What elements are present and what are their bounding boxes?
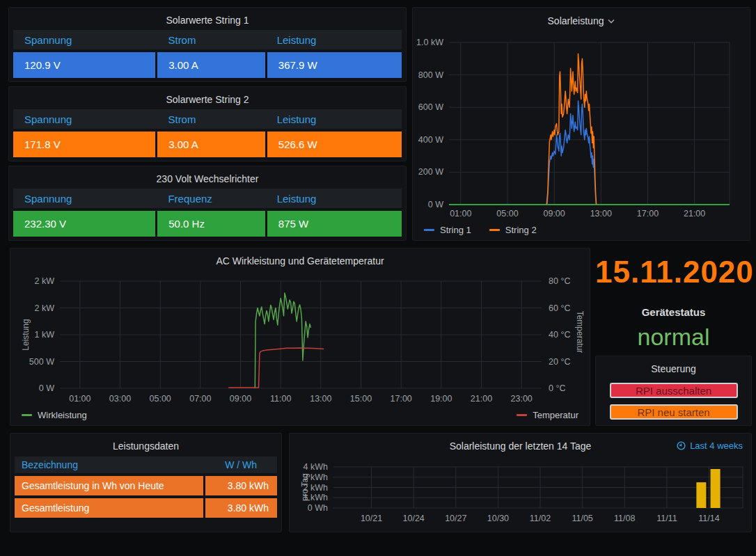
panel-solarwerte-string2: Solarwerte String 2 Spannung Strom Leist… bbox=[8, 86, 407, 161]
svg-text:01:00: 01:00 bbox=[450, 209, 471, 219]
svg-text:60 °C: 60 °C bbox=[549, 303, 570, 313]
spannung-value: 120.9 V bbox=[13, 52, 155, 78]
svg-text:2 kW: 2 kW bbox=[35, 276, 55, 286]
panel-title: Steuerung bbox=[596, 356, 751, 376]
panel-title: 230 Volt Wechselrichter bbox=[9, 166, 406, 186]
svg-text:10/21: 10/21 bbox=[361, 514, 382, 523]
string2-table: Spannung Strom Leistung 171.8 V 3.00 A 5… bbox=[9, 109, 406, 157]
panel-leistungsdaten: Leistungsdaten Bezeichnung W / Wh Gesamt… bbox=[10, 433, 282, 532]
svg-text:11/02: 11/02 bbox=[530, 514, 551, 523]
table-header-row: Bezeichnung W / Wh bbox=[15, 456, 277, 473]
legend-temperatur[interactable]: Temperatur bbox=[517, 410, 578, 420]
svg-text:0 Wh: 0 Wh bbox=[308, 503, 328, 513]
string1-table: Spannung Strom Leistung 120.9 V 3.00 A 3… bbox=[9, 30, 406, 78]
svg-text:10/24: 10/24 bbox=[403, 514, 425, 523]
status-label: Gerätestatus bbox=[595, 301, 752, 318]
svg-text:11/08: 11/08 bbox=[614, 514, 635, 523]
legend-dash-wirkleistung bbox=[22, 414, 32, 416]
svg-text:0 W: 0 W bbox=[39, 383, 54, 393]
solarleistung-chart[interactable]: 0 W200 W400 W600 W800 W1.0 kW01:0005:000… bbox=[413, 8, 751, 241]
table-value-row: 232.30 V 50.0 Hz 875 W bbox=[13, 211, 402, 237]
svg-text:10/30: 10/30 bbox=[487, 514, 509, 523]
row-name: Gesamtleistung bbox=[15, 498, 203, 518]
svg-text:11/05: 11/05 bbox=[572, 514, 592, 523]
row-name: Gesamtleistung in Wh von Heute bbox=[15, 476, 203, 495]
table-row: Gesamtleistung 3.80 kWh bbox=[15, 498, 277, 518]
col-leistung: Leistung bbox=[266, 113, 402, 125]
legend-string2[interactable]: String 2 bbox=[489, 225, 537, 235]
svg-text:01:00: 01:00 bbox=[69, 394, 90, 404]
svg-text:0 °C: 0 °C bbox=[549, 383, 565, 393]
right-axis-label: Temperatur bbox=[575, 311, 585, 354]
solar-legend: String 1 String 2 bbox=[424, 225, 537, 235]
svg-text:05:00: 05:00 bbox=[496, 209, 518, 219]
col-spannung: Spannung bbox=[13, 193, 157, 205]
panel-date: 15.11.2020 bbox=[595, 249, 752, 298]
current-date: 15.11.2020 bbox=[595, 249, 752, 289]
rpi-shutdown-button[interactable]: RPI ausschalten bbox=[610, 383, 738, 398]
panel-ac-chart: AC Wirkleistung und Gerätetemperatur 0 W… bbox=[10, 248, 590, 426]
daily-solar-chart[interactable]: 0 Wh1 kWh2 kWh3 kWh4 kWh10/2110/2410/271… bbox=[290, 434, 753, 533]
svg-text:1 kW: 1 kW bbox=[35, 330, 55, 340]
col-leistung: Leistung bbox=[266, 34, 402, 46]
row-value: 3.80 kWh bbox=[205, 476, 277, 495]
svg-text:40 °C: 40 °C bbox=[549, 330, 570, 340]
strom-value: 3.00 A bbox=[157, 132, 265, 157]
svg-text:2 kW: 2 kW bbox=[35, 303, 55, 313]
svg-text:13:00: 13:00 bbox=[590, 209, 612, 219]
panel-title: Solarwerte String 2 bbox=[9, 87, 406, 107]
legend-label: Wirkleistung bbox=[38, 410, 87, 420]
panel-steuerung: Steuerung RPI ausschalten RPI neu starte… bbox=[595, 356, 752, 426]
panel-title: Solarwerte String 1 bbox=[9, 8, 406, 28]
panel-title: Leistungsdaten bbox=[10, 434, 281, 454]
rpi-restart-button[interactable]: RPI neu starten bbox=[610, 404, 738, 420]
svg-text:15:00: 15:00 bbox=[350, 394, 372, 404]
svg-text:11/11: 11/11 bbox=[656, 514, 677, 523]
svg-text:11/14: 11/14 bbox=[698, 514, 719, 523]
svg-text:21:00: 21:00 bbox=[684, 209, 705, 219]
spannung-value: 171.8 V bbox=[13, 132, 155, 157]
table-value-row: 171.8 V 3.00 A 526.6 W bbox=[13, 132, 402, 157]
ac-legend: Wirkleistung Temperatur bbox=[22, 410, 578, 420]
legend-wirkleistung[interactable]: Wirkleistung bbox=[22, 410, 87, 420]
svg-text:09:00: 09:00 bbox=[543, 209, 565, 219]
ac-chart[interactable]: 0 W500 W1 kW2 kW2 kW0 °C20 °C40 °C60 °C8… bbox=[10, 248, 591, 427]
spannung-value: 232.30 V bbox=[13, 211, 155, 237]
left-axis-label: Leistung bbox=[21, 319, 31, 350]
svg-text:17:00: 17:00 bbox=[637, 209, 659, 219]
y-axis-label: pro Tag bbox=[300, 473, 310, 501]
table-header-row: Spannung Strom Leistung bbox=[13, 30, 402, 49]
panel-geraetestatus: Gerätestatus normal bbox=[595, 301, 752, 354]
svg-text:80 °C: 80 °C bbox=[549, 276, 570, 286]
leistungsdaten-table: Bezeichnung W / Wh Gesamtleistung in Wh … bbox=[10, 456, 281, 518]
frequenz-value: 50.0 Hz bbox=[157, 211, 265, 237]
svg-text:13:00: 13:00 bbox=[310, 394, 331, 404]
col-frequenz: Frequenz bbox=[157, 193, 265, 205]
svg-text:19:00: 19:00 bbox=[430, 394, 452, 404]
svg-text:05:00: 05:00 bbox=[150, 394, 171, 404]
table-header-row: Spannung Strom Leistung bbox=[13, 109, 402, 129]
panel-solarwerte-string1: Solarwerte String 1 Spannung Strom Leist… bbox=[8, 7, 407, 82]
table-row: Gesamtleistung in Wh von Heute 3.80 kWh bbox=[15, 476, 277, 495]
svg-text:17:00: 17:00 bbox=[391, 394, 412, 404]
svg-text:400 W: 400 W bbox=[418, 135, 443, 145]
strom-value: 3.00 A bbox=[157, 52, 265, 78]
leistung-value: 367.9 W bbox=[267, 52, 402, 78]
legend-string1[interactable]: String 1 bbox=[424, 225, 471, 235]
legend-dash-temperatur bbox=[517, 414, 527, 416]
svg-text:600 W: 600 W bbox=[418, 102, 443, 112]
svg-text:1.0 kW: 1.0 kW bbox=[416, 38, 443, 47]
leistung-value: 875 W bbox=[267, 211, 402, 237]
panel-wechselrichter: 230 Volt Wechselrichter Spannung Frequen… bbox=[8, 166, 407, 241]
legend-label: Temperatur bbox=[533, 410, 578, 420]
status-value: normal bbox=[595, 318, 752, 351]
panel-14-tage-chart: Solarleistung der letzten 14 Tage Last 4… bbox=[289, 433, 752, 532]
svg-text:20 °C: 20 °C bbox=[549, 357, 570, 367]
svg-text:0 W: 0 W bbox=[428, 200, 443, 209]
leistung-value: 526.6 W bbox=[267, 132, 402, 157]
col-leistung: Leistung bbox=[266, 193, 402, 205]
col-strom: Strom bbox=[157, 34, 265, 46]
legend-label: String 1 bbox=[440, 225, 471, 235]
col-spannung: Spannung bbox=[13, 34, 157, 46]
col-spannung: Spannung bbox=[13, 113, 157, 125]
